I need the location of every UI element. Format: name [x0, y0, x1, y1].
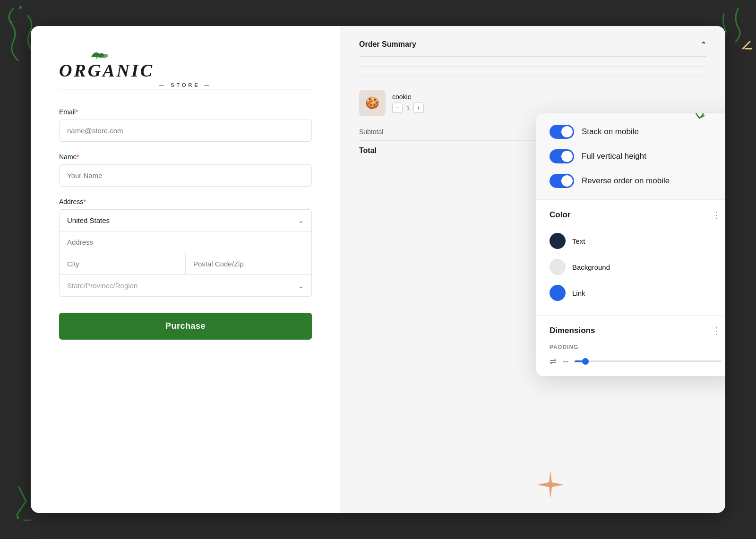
- color-link-label: Link: [572, 289, 585, 297]
- logo-store: — STORE —: [59, 81, 312, 89]
- subtotal-label: Subtotal: [359, 128, 383, 136]
- dimensions-more-icon[interactable]: ⋮: [712, 325, 722, 336]
- logo: ORGANIC — STORE —: [59, 50, 312, 89]
- dimensions-title: Dimensions: [550, 326, 595, 335]
- svg-line-2: [743, 42, 750, 49]
- state-select[interactable]: State/Province/Region ⌄: [60, 274, 311, 296]
- qty-value: 1: [406, 104, 410, 111]
- item-image: 🍪: [359, 90, 386, 116]
- padding-label: PADDING: [550, 344, 722, 351]
- toggle-knob: [561, 126, 573, 137]
- address-label: Address*: [59, 198, 312, 205]
- order-summary-header: Order Summary ⌃: [359, 40, 706, 57]
- color-background-swatch: [550, 259, 566, 275]
- name-group: Name*: [59, 153, 312, 187]
- toggle-reverse-mobile[interactable]: [550, 174, 574, 188]
- color-background-label: Background: [572, 263, 610, 271]
- toggle-stack-mobile-row: Stack on mobile: [550, 125, 722, 139]
- padding-link-icon[interactable]: ↔: [561, 357, 570, 367]
- settings-toggles-section: Stack on mobile Full vertical height Rev…: [536, 113, 725, 200]
- country-value: United States: [67, 216, 110, 224]
- toggle-stack-mobile[interactable]: [550, 125, 574, 139]
- toggle-vertical-height-label: Full vertical height: [582, 152, 646, 161]
- deco-star: [534, 468, 567, 501]
- state-placeholder: State/Province/Region: [67, 282, 137, 290]
- padding-settings-icon[interactable]: ⇌: [550, 356, 557, 367]
- color-text-option[interactable]: Text: [550, 228, 722, 254]
- color-more-icon[interactable]: ⋮: [712, 209, 722, 221]
- toggle-knob-3: [561, 175, 573, 187]
- toggle-vertical-height[interactable]: [550, 149, 574, 163]
- order-summary-panel: Order Summary ⌃ 🍪 cookie − 1 + Subtotal: [340, 26, 725, 513]
- city-postal-row: [60, 253, 311, 274]
- dimensions-section: Dimensions ⋮ PADDING ⇌ ↔: [536, 316, 725, 376]
- color-link-swatch: [550, 285, 566, 301]
- address-group: Address* United States ⌄: [59, 198, 312, 297]
- svg-point-1: [10, 21, 12, 23]
- order-summary-title: Order Summary: [359, 40, 416, 49]
- email-label: Email*: [59, 108, 312, 116]
- toggle-vertical-height-row: Full vertical height: [550, 149, 722, 163]
- address-line-row: [60, 231, 311, 253]
- postal-input[interactable]: [185, 253, 311, 274]
- toggle-reverse-mobile-row: Reverse order on mobile: [550, 174, 722, 188]
- toggle-stack-mobile-label: Stack on mobile: [582, 127, 639, 137]
- total-label: Total: [359, 146, 377, 155]
- item-name: cookie: [392, 93, 424, 101]
- state-chevron-icon: ⌄: [298, 282, 304, 290]
- toggle-reverse-mobile-label: Reverse order on mobile: [582, 176, 670, 186]
- logo-organic: ORGANIC: [59, 60, 154, 81]
- arrow-decoration: [673, 113, 711, 120]
- logo-area: ORGANIC — STORE —: [59, 50, 312, 89]
- color-section: Color ⋮ Text Background Link: [536, 200, 725, 316]
- country-select[interactable]: United States ⌄: [60, 210, 311, 231]
- toggle-knob-2: [561, 151, 573, 162]
- color-text-label: Text: [572, 237, 585, 245]
- padding-slider-thumb[interactable]: [582, 358, 589, 365]
- color-link-option[interactable]: Link: [550, 280, 722, 306]
- color-background-option[interactable]: Background: [550, 254, 722, 280]
- address-line-input[interactable]: [60, 231, 311, 253]
- dimensions-header: Dimensions ⋮: [550, 325, 722, 336]
- settings-panel: Stack on mobile Full vertical height Rev…: [536, 113, 725, 376]
- leaf-decoration: [59, 50, 135, 59]
- purchase-button[interactable]: Purchase: [59, 313, 312, 340]
- item-quantity: − 1 +: [392, 103, 424, 113]
- address-input-group: United States ⌄ State/Province/Region ⌄: [59, 209, 312, 297]
- svg-point-0: [19, 6, 22, 9]
- color-section-title: Color: [550, 210, 570, 220]
- city-input[interactable]: [60, 253, 185, 274]
- divider: [359, 66, 706, 67]
- item-details: cookie − 1 +: [392, 93, 424, 113]
- padding-slider-track: [575, 360, 722, 362]
- svg-point-4: [17, 516, 19, 519]
- checkout-form-panel: ORGANIC — STORE — Email* Name* Address*: [31, 26, 340, 513]
- chevron-down-icon: ⌄: [298, 217, 304, 224]
- divider2: [359, 75, 706, 76]
- email-group: Email*: [59, 108, 312, 142]
- color-section-header: Color ⋮: [550, 209, 722, 221]
- name-input[interactable]: [59, 164, 312, 187]
- email-input[interactable]: [59, 120, 312, 142]
- name-label: Name*: [59, 153, 312, 161]
- qty-increase-button[interactable]: +: [413, 103, 424, 113]
- color-text-swatch: [550, 233, 566, 249]
- main-container: ORGANIC — STORE — Email* Name* Address*: [31, 26, 725, 513]
- padding-controls: ⇌ ↔: [550, 356, 722, 367]
- qty-decrease-button[interactable]: −: [392, 103, 403, 113]
- order-summary-chevron-icon: ⌃: [701, 41, 706, 48]
